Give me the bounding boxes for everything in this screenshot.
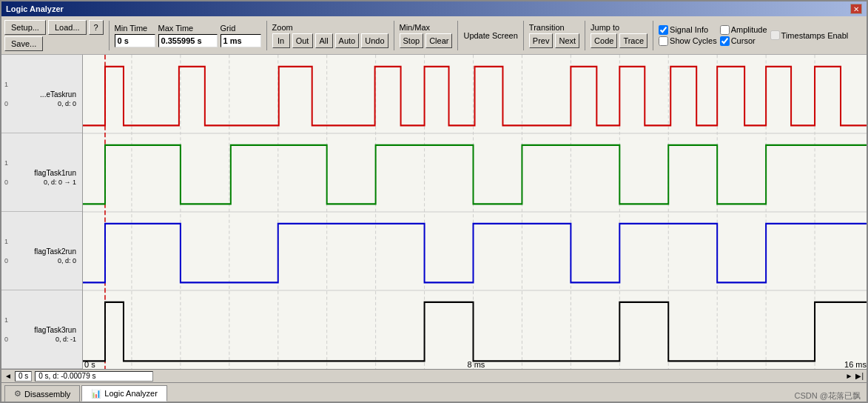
svg-text:0 s: 0 s [84, 360, 95, 369]
close-button[interactable]: ✕ [850, 4, 862, 14]
signal2-low-label: 0 [4, 179, 8, 186]
signal3-low-label: 0 [4, 257, 8, 264]
time-section: Min Time 0 s [115, 24, 155, 47]
cursor-delta-text: 0 s, d: -0.00079 s [38, 372, 95, 380]
signal-info-checkbox[interactable] [659, 25, 668, 35]
bottom-bar: ◄ 0 s 0 s, d: -0.00079 s ► ▶| [1, 369, 867, 382]
transition-next-button[interactable]: Next [555, 33, 579, 48]
waveform-svg: 0 s 8 ms 16 ms [83, 55, 867, 369]
minmax-stop-button[interactable]: Stop [400, 33, 424, 48]
svg-text:16 ms: 16 ms [844, 360, 867, 369]
tab-disassembly-label: Disassembly [24, 390, 70, 399]
grid-section: Grid 1 ms [221, 24, 261, 47]
update-section: Update Screen [463, 31, 517, 40]
signal4-low-label: 0 [4, 336, 8, 343]
jumpto-code-button[interactable]: Code [591, 33, 617, 48]
options-checkboxes3: Timestamps Enabl [770, 30, 849, 40]
sep7 [653, 21, 653, 50]
jumpto-section: Jump to Code Trace [591, 23, 647, 48]
sep6 [585, 21, 585, 50]
show-cycles-label: Show Cycles [670, 36, 717, 45]
max-time-value: 0.355995 s [158, 34, 218, 47]
tabs-container: ⚙ Disassembly 📊 Logic Analyzer [4, 385, 167, 402]
timestamps-checkbox[interactable] [770, 30, 780, 40]
options-checkboxes2: Amplitude Cursor [720, 25, 767, 46]
max-time-label: Max Time [158, 24, 194, 33]
signal4-high-label: 1 [4, 316, 8, 324]
signal1-annotation: 0, d: 0 [55, 100, 79, 107]
minmax-label: Min/Max [400, 23, 431, 32]
minmax-clear-button[interactable]: Clear [425, 33, 452, 48]
signal-row-flagtask1run: 1 flagTask1run 0 0, d: 0 → 1 [1, 133, 82, 212]
show-cycles-checkbox[interactable] [659, 36, 668, 46]
signal-row-flagtask3run: 1 flagTask3run 0 0, d: -1 [1, 290, 82, 369]
signal1-high-label: 1 [4, 81, 8, 88]
tab-disassembly[interactable]: ⚙ Disassembly [4, 385, 80, 402]
zoom-label: Zoom [272, 23, 293, 32]
zoom-section: Zoom In Out All Auto Undo [272, 23, 388, 48]
zoom-out-button[interactable]: Out [292, 33, 313, 48]
save-button[interactable]: Save... [4, 36, 43, 51]
window-title: Logic Analyzer [6, 4, 64, 13]
sep2 [266, 21, 267, 50]
sep4 [457, 21, 458, 50]
sep5 [523, 21, 524, 50]
min-time-value: 0 s [115, 34, 155, 47]
signal-row-flagtask2run: 1 flagTask2run 0 0, d: 0 [1, 212, 82, 290]
minmax-section: Min/Max Stop Clear [400, 23, 453, 48]
transition-label: Transition [529, 23, 565, 32]
signal2-high-label: 1 [4, 159, 8, 167]
logic-analyzer-icon: 📊 [91, 389, 101, 399]
tab-bar: ⚙ Disassembly 📊 Logic Analyzer CSDN @花落已… [1, 382, 867, 402]
cursor-pos-text: 0 s [18, 372, 28, 380]
grid-value: 1 ms [221, 34, 261, 47]
tab-logic-analyzer-label: Logic Analyzer [104, 389, 158, 398]
setup-button[interactable]: Setup... [4, 20, 46, 35]
jumpto-label: Jump to [591, 23, 619, 32]
watermark-text: CSDN @花落已飘 [795, 390, 861, 402]
scroll-left-button[interactable]: ◄ [4, 372, 12, 380]
tab-logic-analyzer[interactable]: 📊 Logic Analyzer [81, 385, 167, 402]
help-button[interactable]: ? [89, 20, 104, 35]
amplitude-label: Amplitude [731, 25, 767, 34]
toolbar: Setup... Load... ? Save... Min Time 0 s … [1, 16, 867, 55]
signal-row-etaskrun: 1 ...eTaskrun 0 0, d: 0 [1, 55, 82, 133]
signal3-annotation: 0, d: 0 [55, 257, 79, 264]
zoom-all-button[interactable]: All [315, 33, 333, 48]
cursor-label: Cursor [731, 36, 756, 45]
cursor-delta: 0 s, d: -0.00079 s [35, 371, 153, 382]
main-window: Logic Analyzer ✕ Setup... Load... ? Save… [0, 0, 868, 403]
signal2-annotation: 0, d: 0 → 1 [41, 179, 79, 186]
transition-prev-button[interactable]: Prev [529, 33, 554, 48]
zoom-auto-button[interactable]: Auto [335, 33, 360, 48]
max-time-section: Max Time 0.355995 s [158, 24, 218, 47]
signal1-low-label: 0 [4, 100, 8, 107]
transition-section: Transition Prev Next [529, 23, 579, 48]
zoom-in-button[interactable]: In [272, 33, 290, 48]
cursor-position: 0 s [15, 371, 32, 382]
file-buttons: Setup... Load... ? Save... [4, 20, 104, 51]
sep1 [109, 21, 110, 50]
sep3 [394, 21, 394, 50]
update-screen-label: Update Screen [463, 31, 517, 40]
scroll-end-button[interactable]: ▶| [855, 372, 864, 380]
signal-info-label: Signal Info [670, 25, 708, 34]
signal-panel: 1 ...eTaskrun 0 0, d: 0 1 flagTask1run [1, 55, 83, 369]
grid-label: Grid [221, 24, 236, 33]
timestamps-label: Timestamps Enabl [781, 31, 849, 40]
cursor-checkbox[interactable] [720, 36, 730, 46]
scroll-right-button[interactable]: ► [845, 372, 852, 380]
signal4-annotation: 0, d: -1 [53, 336, 79, 343]
load-button[interactable]: Load... [48, 20, 87, 35]
options-checkboxes: Signal Info Show Cycles [659, 25, 717, 46]
min-time-label: Min Time [115, 24, 148, 33]
zoom-undo-button[interactable]: Undo [361, 33, 388, 48]
amplitude-checkbox[interactable] [720, 25, 730, 35]
jumpto-trace-button[interactable]: Trace [619, 33, 647, 48]
signal3-high-label: 1 [4, 238, 8, 245]
title-bar: Logic Analyzer ✕ [1, 1, 867, 16]
waveform-area[interactable]: 0 s 8 ms 16 ms [83, 55, 867, 369]
disassembly-icon: ⚙ [14, 389, 21, 399]
main-content: 1 ...eTaskrun 0 0, d: 0 1 flagTask1run [1, 55, 867, 369]
svg-text:8 ms: 8 ms [468, 360, 485, 369]
